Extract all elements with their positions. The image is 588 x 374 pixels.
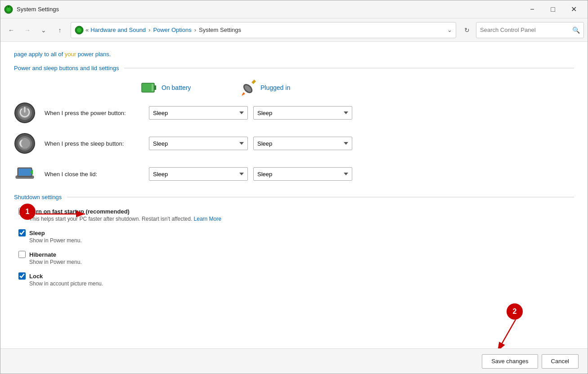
hibernate-label: Hibernate (29, 251, 56, 258)
address-dropdown-icon[interactable]: ⌄ (447, 27, 452, 33)
intro-highlight: your (65, 51, 76, 58)
cancel-button[interactable]: Cancel (542, 354, 579, 369)
lock-row: Lock Show in account picture menu. (18, 272, 574, 287)
close-button[interactable]: ✕ (563, 2, 584, 17)
power-column-headers: On battery Plugged in (140, 79, 574, 97)
learn-more-link[interactable]: Learn More (194, 216, 221, 222)
plugged-in-column: Plugged in (239, 79, 338, 97)
address-separator-1: « (85, 27, 89, 33)
titlebar: System Settings − □ ✕ (0, 0, 588, 18)
lid-row: When I close the lid: Do nothing Sleep H… (14, 163, 574, 185)
power-button-plugged-select[interactable]: Do nothing Sleep Hibernate Shut down Tur… (253, 106, 352, 120)
forward-button[interactable]: → (20, 23, 35, 37)
window-title: System Settings (17, 6, 522, 13)
intro-text: page apply to all of your power plans. (14, 51, 574, 58)
sleep-label-row: Sleep (18, 229, 574, 236)
on-battery-column: On battery (140, 79, 239, 97)
lid-icon (14, 163, 36, 185)
plugged-in-icon (239, 79, 257, 97)
up-button[interactable]: ↑ (53, 23, 67, 37)
sleep-button-selects: Do nothing Sleep Hibernate Shut down Tur… (149, 137, 352, 150)
fast-startup-desc: This helps start your PC faster after sh… (29, 216, 574, 222)
lid-selects: Do nothing Sleep Hibernate Shut down Tur… (149, 167, 352, 181)
svg-point-4 (77, 28, 81, 32)
hibernate-checkbox[interactable] (18, 251, 26, 258)
sleep-label: Sleep (29, 230, 45, 236)
lock-desc: Show in account picture menu. (29, 280, 574, 287)
plugged-in-label: Plugged in (260, 84, 290, 91)
lock-label-row: Lock (18, 272, 574, 280)
minimize-button[interactable]: − (522, 2, 543, 17)
hibernate-row: Hibernate Show in Power menu. (18, 251, 574, 265)
sleep-button-plugged-select[interactable]: Do nothing Sleep Hibernate Shut down Tur… (253, 137, 352, 150)
annotation-circle-1: 1 (19, 204, 36, 220)
power-sleep-title: Power and sleep buttons and lid settings (14, 65, 119, 71)
svg-marker-11 (251, 80, 256, 84)
sleep-row: Sleep Show in Power menu. (18, 229, 574, 244)
shutdown-section: Shutdown settings Turn on fast startup (… (14, 194, 574, 287)
main-window: System Settings − □ ✕ ← → ⌄ ↑ « (0, 0, 588, 374)
svg-point-1 (6, 7, 11, 12)
back-icon: ← (8, 27, 14, 34)
power-button-row: When I press the power button: Do nothin… (14, 102, 574, 124)
dropdown-icon: ⌄ (41, 27, 46, 34)
app-icon (4, 5, 13, 14)
lid-plugged-select[interactable]: Do nothing Sleep Hibernate Shut down Tur… (253, 167, 352, 181)
lid-battery-select[interactable]: Do nothing Sleep Hibernate Shut down Tur… (149, 167, 248, 181)
shutdown-section-header: Shutdown settings (14, 194, 574, 200)
on-battery-label: On battery (162, 84, 191, 91)
address-current-page: System Settings (199, 27, 241, 33)
address-power-options[interactable]: Power Options (153, 27, 191, 33)
sleep-button-battery-select[interactable]: Do nothing Sleep Hibernate Shut down Tur… (149, 137, 248, 150)
section-divider-2 (67, 197, 574, 197)
window-controls: − □ ✕ (522, 2, 584, 17)
svg-rect-21 (18, 169, 31, 176)
fast-startup-row: Turn on fast startup (recommended) This … (18, 208, 574, 222)
address-bar-icon (75, 26, 84, 35)
svg-line-26 (498, 320, 516, 348)
power-button-battery-select[interactable]: Do nothing Sleep Hibernate Shut down Tur… (149, 106, 248, 120)
hibernate-label-row: Hibernate (18, 251, 574, 258)
fast-startup-label-row: Turn on fast startup (recommended) (18, 208, 574, 215)
battery-icon (140, 79, 158, 97)
annotation-circle-2: 2 (507, 303, 523, 320)
maximize-button[interactable]: □ (543, 2, 563, 17)
forward-icon: → (24, 27, 31, 34)
search-icon[interactable]: 🔍 (572, 27, 580, 34)
svg-rect-6 (154, 85, 156, 90)
search-box: 🔍 (476, 22, 584, 38)
save-changes-button[interactable]: Save changes (482, 354, 538, 369)
lid-label: When I close the lid: (45, 171, 144, 178)
shutdown-title: Shutdown settings (14, 194, 62, 200)
power-sleep-section-header: Power and sleep buttons and lid settings (14, 65, 574, 71)
sleep-desc: Show in Power menu. (29, 237, 574, 244)
navbar: ← → ⌄ ↑ « Hardware and Sound › Power Opt… (0, 18, 588, 42)
power-button-selects: Do nothing Sleep Hibernate Shut down Tur… (149, 106, 352, 120)
refresh-icon: ↻ (464, 27, 470, 34)
sleep-button-row: When I press the sleep button: Do nothin… (14, 133, 574, 154)
back-button[interactable]: ← (4, 23, 18, 37)
power-button-icon (14, 102, 36, 124)
content-area: page apply to all of your power plans. P… (0, 42, 588, 348)
svg-marker-12 (242, 92, 245, 96)
search-input[interactable] (480, 27, 570, 33)
address-separator-2: › (148, 27, 150, 33)
address-bar: « Hardware and Sound › Power Options › S… (71, 22, 456, 38)
refresh-button[interactable]: ↻ (460, 23, 474, 37)
sleep-button-icon (14, 133, 36, 154)
power-button-label: When I press the power button: (45, 110, 144, 116)
footer: Save changes Cancel (0, 348, 588, 374)
svg-rect-2 (8, 6, 9, 8)
up-icon: ↑ (58, 27, 62, 34)
annotation-2-arrow (493, 320, 538, 348)
sleep-checkbox[interactable] (18, 229, 26, 236)
main-panel: page apply to all of your power plans. P… (0, 42, 588, 348)
address-separator-3: › (194, 27, 196, 33)
section-divider-1 (124, 68, 574, 68)
lock-label: Lock (29, 273, 43, 280)
hibernate-desc: Show in Power menu. (29, 259, 574, 265)
dropdown-button[interactable]: ⌄ (36, 23, 51, 37)
annotation-1-arrow (36, 207, 90, 221)
address-hardware-sound[interactable]: Hardware and Sound (90, 27, 146, 33)
lock-checkbox[interactable] (18, 272, 26, 280)
